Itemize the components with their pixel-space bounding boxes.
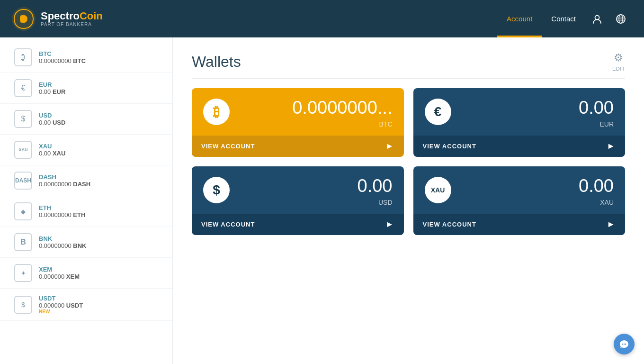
svg-point-9 — [624, 344, 625, 345]
logo-coin: Coin — [80, 10, 103, 22]
usdt-ticker: USDT — [39, 295, 83, 302]
dash-balance: 0.00000000 DASH — [39, 181, 90, 188]
usd-card-icon: $ — [203, 177, 230, 203]
eur-card-footer[interactable]: VIEW ACCOUNT ► — [413, 136, 626, 157]
usdt-wallet-info: USDT 0.000000 USDT NEW — [39, 295, 83, 314]
btc-card[interactable]: ₿ 0.0000000... BTC VIEW ACCOUNT ► — [192, 88, 404, 157]
globe-icon[interactable] — [609, 0, 633, 37]
usd-wallet-icon: $ — [14, 110, 32, 128]
btc-wallet-icon: ₿ — [14, 48, 32, 66]
usd-arrow-icon: ► — [385, 219, 394, 229]
xau-view-label: VIEW ACCOUNT — [423, 221, 476, 228]
sidebar-item-dash[interactable]: DASH DASH 0.00000000 DASH — [0, 165, 172, 196]
btc-card-icon: ₿ — [203, 99, 230, 125]
usd-card-amount: 0.00 — [238, 177, 393, 195]
svg-point-8 — [622, 344, 623, 345]
nav-contact[interactable]: Contact — [542, 0, 585, 37]
xau-card-currency: XAU — [460, 199, 614, 206]
logo-sub: PART OF BANKERA — [41, 22, 103, 27]
xau-card-amount: 0.00 — [460, 177, 614, 195]
usd-balance: 0.00 USD — [39, 119, 65, 126]
xau-arrow-icon: ► — [607, 219, 616, 229]
xau-balance: 0.00 XAU — [39, 150, 65, 157]
xem-balance: 0.000000 XEM — [39, 273, 80, 280]
btc-view-label: VIEW ACCOUNT — [201, 143, 255, 150]
usd-card-footer[interactable]: VIEW ACCOUNT ► — [192, 214, 404, 235]
bnk-ticker: BNK — [39, 235, 86, 242]
header: SpectroCoin PART OF BANKERA Account Cont… — [0, 0, 644, 37]
gear-icon: ⚙ — [614, 52, 624, 64]
usd-card-values: 0.00 USD — [238, 177, 393, 206]
sidebar-item-eth[interactable]: ◆ ETH 0.00000000 ETH — [0, 196, 172, 227]
main-content: Wallets ⚙ EDIT ₿ 0.0000000... BTC VIEW A… — [173, 37, 644, 364]
sidebar-item-eur[interactable]: € EUR 0.00 EUR — [0, 73, 172, 104]
xau-wallet-info: XAU 0.00 XAU — [39, 143, 65, 157]
user-icon[interactable] — [585, 0, 609, 37]
wallet-cards-grid: ₿ 0.0000000... BTC VIEW ACCOUNT ► € 0.00 — [192, 88, 625, 235]
eur-card-values: 0.00 EUR — [460, 99, 614, 128]
eur-card-icon: € — [425, 99, 451, 125]
chat-bubble[interactable] — [614, 334, 635, 355]
xau-card-footer[interactable]: VIEW ACCOUNT ► — [413, 214, 626, 235]
eur-balance: 0.00 EUR — [39, 88, 65, 95]
sidebar-item-usdt[interactable]: $ USDT 0.000000 USDT NEW — [0, 289, 172, 321]
dash-wallet-info: DASH 0.00000000 DASH — [39, 173, 90, 188]
btc-wallet-info: BTC 0.00000000 BTC — [39, 50, 86, 64]
usdt-balance: 0.000000 USDT — [39, 302, 83, 309]
eth-balance: 0.00000000 ETH — [39, 211, 85, 218]
btc-card-currency: BTC — [238, 120, 393, 128]
eur-view-label: VIEW ACCOUNT — [423, 143, 476, 150]
usd-card-currency: USD — [238, 199, 393, 206]
eur-arrow-icon: ► — [607, 141, 616, 151]
dash-ticker: DASH — [39, 173, 90, 181]
btc-card-values: 0.0000000... BTC — [238, 99, 393, 128]
sidebar-item-btc[interactable]: ₿ BTC 0.00000000 BTC — [0, 42, 172, 73]
xau-wallet-icon: XAU — [14, 141, 32, 159]
layout: ₿ BTC 0.00000000 BTC € EUR 0.00 EUR $ US… — [0, 37, 644, 364]
xau-card[interactable]: XAU 0.00 XAU VIEW ACCOUNT ► — [413, 166, 626, 235]
usd-card[interactable]: $ 0.00 USD VIEW ACCOUNT ► — [192, 166, 404, 235]
usd-ticker: USD — [39, 112, 65, 119]
sidebar-item-usd[interactable]: $ USD 0.00 USD — [0, 104, 172, 135]
usdt-new-badge: NEW — [39, 309, 83, 314]
logo[interactable]: SpectroCoin PART OF BANKERA — [11, 7, 103, 31]
btc-arrow-icon: ► — [385, 141, 394, 151]
wallets-header: Wallets ⚙ EDIT — [192, 52, 625, 79]
btc-card-footer[interactable]: VIEW ACCOUNT ► — [192, 136, 404, 157]
xau-card-values: 0.00 XAU — [460, 177, 614, 206]
xau-card-icon: XAU — [425, 177, 451, 203]
xem-wallet-icon: ✦ — [14, 264, 32, 282]
usdt-wallet-icon: $ — [14, 296, 32, 314]
sidebar-item-bnk[interactable]: B BNK 0.00000000 BNK — [0, 227, 172, 258]
xem-ticker: XEM — [39, 266, 80, 273]
bnk-balance: 0.00000000 BNK — [39, 242, 86, 249]
bnk-wallet-info: BNK 0.00000000 BNK — [39, 235, 86, 249]
btc-card-amount: 0.0000000... — [238, 99, 393, 117]
svg-point-10 — [625, 344, 626, 345]
usd-wallet-info: USD 0.00 USD — [39, 112, 65, 126]
xem-wallet-info: XEM 0.000000 XEM — [39, 266, 80, 280]
eur-card-amount: 0.00 — [460, 99, 614, 117]
eth-wallet-icon: ◆ — [14, 202, 32, 220]
bnk-wallet-icon: B — [14, 233, 32, 251]
svg-point-1 — [20, 15, 27, 23]
sidebar: ₿ BTC 0.00000000 BTC € EUR 0.00 EUR $ US… — [0, 37, 173, 364]
eur-card-currency: EUR — [460, 120, 614, 128]
sidebar-item-xem[interactable]: ✦ XEM 0.000000 XEM — [0, 258, 172, 289]
eur-wallet-icon: € — [14, 79, 32, 97]
eth-ticker: ETH — [39, 204, 85, 211]
wallets-title: Wallets — [192, 53, 241, 71]
btc-ticker: BTC — [39, 50, 86, 57]
sidebar-item-xau[interactable]: XAU XAU 0.00 XAU — [0, 135, 172, 165]
eur-card[interactable]: € 0.00 EUR VIEW ACCOUNT ► — [413, 88, 626, 157]
xau-ticker: XAU — [39, 143, 65, 150]
eth-wallet-info: ETH 0.00000000 ETH — [39, 204, 85, 218]
nav-account[interactable]: Account — [497, 0, 542, 37]
eur-ticker: EUR — [39, 81, 65, 88]
edit-button[interactable]: ⚙ EDIT — [612, 52, 625, 72]
logo-icon — [11, 7, 36, 31]
usd-view-label: VIEW ACCOUNT — [201, 221, 255, 228]
header-nav: Account Contact — [497, 0, 633, 37]
dash-wallet-icon: DASH — [14, 172, 32, 190]
chat-icon — [619, 339, 629, 349]
